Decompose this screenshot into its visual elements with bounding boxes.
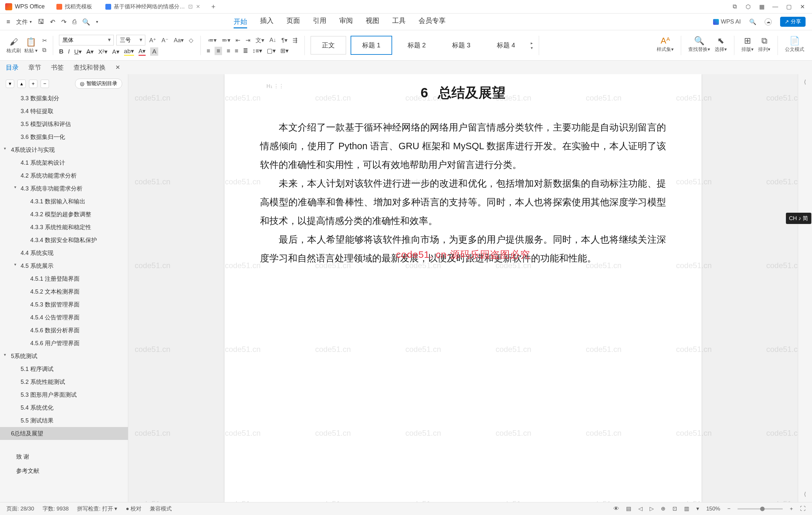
superscript-icon[interactable]: X²▾ (98, 48, 108, 55)
align-center-icon[interactable]: ≡ (214, 47, 222, 55)
outline-item[interactable]: 5.5 测试结果 (0, 414, 128, 427)
layout-icon[interactable]: ⧉ (731, 3, 738, 10)
new-tab-button[interactable]: + (207, 3, 220, 11)
style-heading4[interactable]: 标题 4 (486, 36, 526, 54)
more-qat-icon[interactable]: ▾ (96, 19, 98, 24)
outline-up-icon[interactable]: ▴ (18, 80, 26, 88)
redo-icon[interactable]: ↷ (61, 18, 67, 26)
outline-item[interactable]: ▾4系统设计与实现 (0, 143, 128, 156)
print-icon[interactable]: ⎙ (72, 18, 76, 25)
menu-page[interactable]: 页面 (286, 16, 300, 27)
doc-mode-button[interactable]: 📄公文模式 (785, 36, 804, 55)
zoom-slider[interactable] (737, 508, 783, 510)
hamburger-icon[interactable]: ≡ (6, 18, 10, 25)
outline-item[interactable]: 4.5.6 用户管理界面 (0, 337, 128, 350)
arrange-button[interactable]: ⧉排列▾ (758, 36, 771, 55)
menu-member[interactable]: 会员专享 (418, 16, 446, 27)
borders-icon[interactable]: ⊞▾ (280, 47, 289, 54)
outline-item[interactable]: 3.4 特征提取 (0, 105, 128, 118)
outline-item[interactable]: 4.5.3 数据管理界面 (0, 298, 128, 311)
para-shading-icon[interactable]: ▢▾ (267, 47, 276, 54)
minimize-icon[interactable]: — (772, 3, 779, 10)
web-view-icon[interactable]: ⊕ (661, 505, 665, 512)
decrease-indent-icon[interactable]: ⇤ (234, 36, 242, 45)
outline-view-icon[interactable]: ⊡ (672, 505, 677, 512)
styles-button[interactable]: Aᴬ样式集▾ (657, 36, 674, 55)
font-name-select[interactable]: 黑体 (59, 35, 114, 46)
menu-insert[interactable]: 插入 (260, 16, 273, 27)
text-effect-icon[interactable]: A▾ (112, 48, 120, 55)
menu-view[interactable]: 视图 (366, 16, 379, 27)
tab-template[interactable]: 找稻壳模板 (50, 0, 99, 13)
text-direction-icon[interactable]: 文▾ (254, 36, 265, 45)
outline-item[interactable]: 4.3.1 数据输入和输出 (0, 195, 128, 208)
find-replace-button[interactable]: 🔍查找替换▾ (688, 36, 710, 55)
zoom-level[interactable]: 150% (706, 506, 720, 512)
outline-item[interactable]: 4.1 系统架构设计 (0, 156, 128, 169)
font-size-select[interactable]: 三号 (116, 35, 145, 46)
menu-tools[interactable]: 工具 (392, 16, 406, 27)
rail-top-icon[interactable]: ⟨ (804, 79, 806, 85)
outline-item[interactable]: 4.5.6 数据分析界面 (0, 324, 128, 337)
underline-icon[interactable]: U▾ (74, 48, 82, 55)
outline-item[interactable]: 4.2 系统功能需求分析 (0, 169, 128, 182)
outline-item[interactable]: 5.4 系统优化 (0, 401, 128, 414)
nav-next-icon[interactable]: ▷ (649, 505, 654, 512)
increase-font-icon[interactable]: A⁺ (148, 36, 157, 45)
sp-tab-findreplace[interactable]: 查找和替换 (74, 63, 106, 72)
word-count[interactable]: 字数: 9938 (42, 505, 69, 512)
cube-icon[interactable]: ⬡ (745, 3, 751, 10)
tab-icon[interactable]: ⇶ (291, 36, 299, 45)
clear-format-icon[interactable]: ◇ (187, 36, 195, 45)
nav-prev-icon[interactable]: ◁ (638, 505, 642, 512)
bullet-list-icon[interactable]: ≔▾ (207, 36, 218, 45)
close-icon[interactable]: ✕ (196, 4, 200, 10)
align-left-icon[interactable]: ≡ (207, 47, 210, 54)
outline-item[interactable]: 6总结及展望 (0, 427, 128, 440)
outline-item[interactable]: ▾4.5 系统展示 (0, 259, 128, 272)
strikethrough-icon[interactable]: A̶▾ (86, 48, 94, 55)
save-icon[interactable]: 🖫 (38, 18, 44, 25)
style-heading1[interactable]: 标题 1 (351, 36, 392, 55)
copy-icon[interactable]: ⧉ (42, 47, 47, 54)
undo-icon[interactable]: ↶ (50, 18, 55, 26)
sp-tab-bookmark[interactable]: 书签 (51, 63, 64, 72)
change-case-icon[interactable]: Aa▾ (172, 36, 185, 45)
print-view-icon[interactable]: ▥ (684, 505, 689, 512)
search-icon[interactable]: 🔍 (749, 18, 756, 25)
menu-reference[interactable]: 引用 (313, 16, 326, 27)
zoom-in-icon[interactable]: + (790, 506, 793, 512)
outline-remove-icon[interactable]: − (40, 80, 49, 88)
shading-icon[interactable]: A (150, 47, 158, 56)
sp-tab-chapter[interactable]: 章节 (28, 63, 41, 72)
spellcheck-status[interactable]: 拼写检查: 打开 ▾ (77, 505, 117, 512)
format-painter-button[interactable]: 🖌 格式刷 (6, 37, 21, 54)
read-view-icon[interactable]: ▤ (626, 505, 631, 512)
bold-icon[interactable]: B (59, 48, 63, 55)
close-icon[interactable]: ✕ (115, 64, 120, 71)
file-menu[interactable]: 文件▾ (16, 18, 32, 26)
line-spacing-icon[interactable]: ↕≡▾ (253, 47, 263, 54)
outline-item[interactable]: 4.3.2 模型的超参数调整 (0, 208, 128, 221)
outline-item[interactable]: 4.4 系统实现 (0, 247, 128, 259)
menu-review[interactable]: 审阅 (339, 16, 353, 27)
smart-outline-button[interactable]: ◎ 智能识别目录 (75, 79, 122, 89)
paste-button[interactable]: 📋 粘贴 ▾ (24, 37, 38, 54)
wps-ai-button[interactable]: WPS AI (713, 18, 741, 25)
decrease-font-icon[interactable]: A⁻ (160, 36, 170, 45)
cloud-sync-icon[interactable]: ☁ (765, 18, 772, 25)
outline-footer-2[interactable]: 参考文献 (0, 464, 128, 478)
page-indicator[interactable]: 页面: 28/30 (6, 505, 34, 512)
more-view-icon[interactable]: ▾ (696, 505, 699, 512)
zoom-out-icon[interactable]: − (727, 506, 730, 512)
italic-icon[interactable]: I (68, 48, 69, 55)
style-heading2[interactable]: 标题 2 (397, 36, 437, 54)
outline-item[interactable]: 3.6 数据集归一化 (0, 131, 128, 143)
preview-icon[interactable]: 🔍 (82, 18, 90, 26)
style-heading3[interactable]: 标题 3 (441, 36, 482, 54)
outline-item[interactable]: 4.3.3 系统性能和稳定性 (0, 221, 128, 234)
rail-expand-icon[interactable]: ⟨ (804, 491, 806, 497)
outline-item[interactable]: ▾4.3 系统非功能需求分析 (0, 182, 128, 195)
layout-button[interactable]: ⊞排版▾ (742, 36, 754, 55)
document-canvas[interactable]: H₁ ⋮⋮ 6总结及展望 本文介绍了一款基于循环神经网络的网络用户留言情感分类软… (128, 74, 798, 502)
